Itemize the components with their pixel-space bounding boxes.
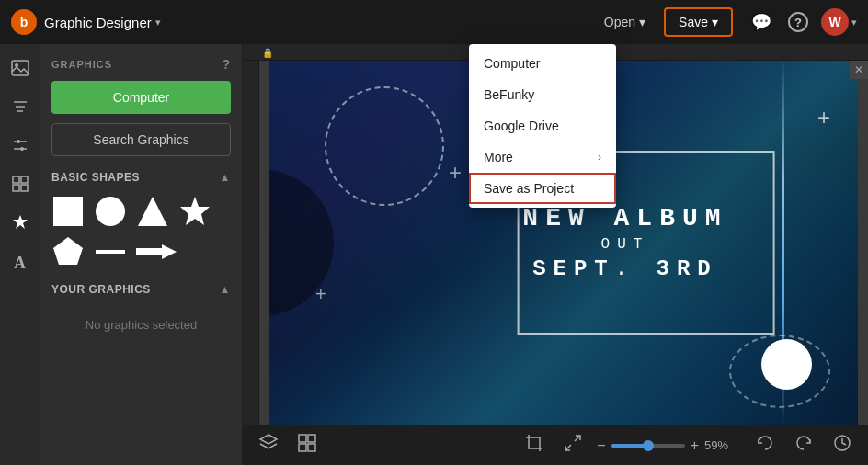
star-shape[interactable] (178, 195, 211, 228)
zoom-slider[interactable] (611, 444, 685, 448)
zoom-plus-icon: + (691, 437, 699, 453)
canvas-text-out: OUT (522, 236, 727, 253)
triangle-shape[interactable] (136, 195, 169, 228)
svg-rect-24 (308, 444, 315, 451)
graphics-icon (12, 214, 29, 234)
help-icon: ? (788, 12, 808, 32)
canvas-close-button[interactable]: ✕ (850, 61, 868, 79)
bottom-toolbar: − + 59% (243, 425, 868, 465)
dropdown-item-befunky[interactable]: BeFunky (469, 79, 616, 110)
dropdown-item-more[interactable]: More › (469, 142, 616, 173)
help-icon-button[interactable]: ? (784, 8, 812, 36)
header: b Graphic Designer ▾ Open ▾ Save ▾ 💬 ? W… (0, 0, 868, 44)
layers-button[interactable] (254, 431, 283, 460)
canvas-cross-3: + (817, 105, 830, 130)
chat-icon-button[interactable]: 💬 (748, 8, 775, 36)
header-icons: 💬 ? W ▾ (748, 8, 857, 36)
svg-marker-17 (53, 237, 83, 265)
history-button[interactable] (828, 431, 857, 460)
computer-button[interactable]: Computer (51, 81, 231, 114)
app-logo[interactable]: b (11, 9, 37, 35)
dash-shape[interactable] (94, 243, 127, 261)
basic-shapes-title: Basic Shapes ▲ (51, 171, 231, 184)
svg-line-25 (575, 436, 580, 441)
svg-rect-9 (13, 176, 19, 183)
arrow-right-shape[interactable] (136, 243, 177, 261)
save-dropdown-menu: Computer BeFunky Google Drive More › Sav… (469, 44, 616, 208)
svg-marker-15 (138, 197, 167, 226)
open-button[interactable]: Open ▾ (591, 9, 658, 35)
sidebar-item-sliders[interactable] (4, 130, 37, 164)
ruler-vertical (243, 61, 259, 425)
zoom-controls: − + 59% (597, 437, 741, 454)
shapes-row-1 (51, 195, 231, 228)
graphics-section-title: Graphics ? (51, 57, 231, 72)
sidebar-item-photo[interactable] (4, 53, 37, 86)
canvas-cross-2: + (315, 284, 326, 305)
svg-rect-13 (53, 197, 83, 226)
grid-icon (12, 176, 29, 196)
sidebar-item-filter[interactable] (4, 92, 37, 125)
header-nav: Open ▾ Save ▾ (591, 7, 733, 37)
zoom-minus-icon: − (597, 437, 605, 453)
sliders-icon (12, 137, 29, 157)
canvas-text-block: NEW ALBUM OUT SEPT. 3RD (522, 204, 727, 281)
svg-point-8 (20, 147, 24, 151)
dropdown-item-google-drive[interactable]: Google Drive (469, 110, 616, 142)
undo-button[interactable] (750, 431, 780, 460)
shapes-grid (51, 195, 231, 268)
shapes-row-2 (51, 235, 231, 268)
expand-button[interactable] (558, 431, 588, 460)
zoom-percent-label: 59% (704, 438, 741, 452)
app-name-chevron: ▾ (155, 17, 161, 28)
crop-button[interactable] (520, 431, 549, 460)
your-graphics-collapse-icon[interactable]: ▲ (220, 283, 231, 296)
basic-shapes-section: Basic Shapes ▲ (51, 171, 231, 268)
basic-shapes-collapse-icon[interactable]: ▲ (220, 171, 231, 184)
filter-icon (12, 98, 29, 119)
svg-rect-12 (21, 185, 28, 191)
user-avatar-wrapper[interactable]: W ▾ (821, 8, 857, 36)
crop-icon (525, 434, 543, 457)
canvas-dashed-circle (325, 86, 444, 206)
chat-icon: 💬 (751, 12, 771, 32)
history-icon (833, 434, 851, 457)
left-panel-icons: A (0, 44, 40, 465)
zoom-plus-button[interactable]: + (691, 437, 699, 454)
search-graphics-button[interactable]: Search Graphics (51, 123, 231, 156)
square-shape[interactable] (51, 195, 85, 228)
avatar[interactable]: W (821, 8, 849, 36)
svg-point-6 (17, 140, 20, 143)
grid-view-button[interactable] (292, 431, 322, 460)
sidebar-item-grid[interactable] (4, 169, 37, 202)
redo-icon (794, 434, 813, 457)
sidebar-item-text[interactable]: A (4, 246, 37, 279)
dropdown-item-computer[interactable]: Computer (469, 48, 616, 79)
graphics-help-icon[interactable]: ? (222, 57, 231, 72)
svg-marker-19 (136, 244, 177, 259)
redo-button[interactable] (789, 431, 818, 460)
canvas-cross-1: + (449, 160, 462, 186)
more-arrow-icon: › (598, 151, 601, 164)
app-name[interactable]: Graphic Designer ▾ (44, 15, 161, 30)
your-graphics-title: Your Graphics ▲ (51, 283, 231, 296)
sidebar-item-graphics[interactable] (4, 208, 37, 241)
no-graphics-label: No graphics selected (51, 307, 231, 343)
grid-view-icon (298, 434, 316, 457)
zoom-slider-thumb (643, 440, 654, 451)
canvas-solid-circle (761, 339, 812, 390)
canvas-text-date: SEPT. 3RD (522, 256, 727, 281)
svg-rect-18 (96, 250, 125, 254)
your-graphics-section: Your Graphics ▲ No graphics selected (51, 283, 231, 343)
layers-icon (258, 433, 279, 458)
svg-rect-21 (299, 435, 306, 442)
zoom-minus-button[interactable]: − (597, 437, 605, 454)
save-button[interactable]: Save ▾ (664, 7, 733, 37)
svg-rect-10 (21, 176, 28, 183)
dropdown-item-save-as-project[interactable]: Save as Project (469, 173, 616, 204)
expand-icon (564, 434, 582, 457)
pentagon-shape[interactable] (51, 235, 85, 268)
svg-marker-20 (260, 435, 277, 444)
circle-shape[interactable] (94, 195, 127, 228)
text-icon: A (14, 254, 26, 273)
